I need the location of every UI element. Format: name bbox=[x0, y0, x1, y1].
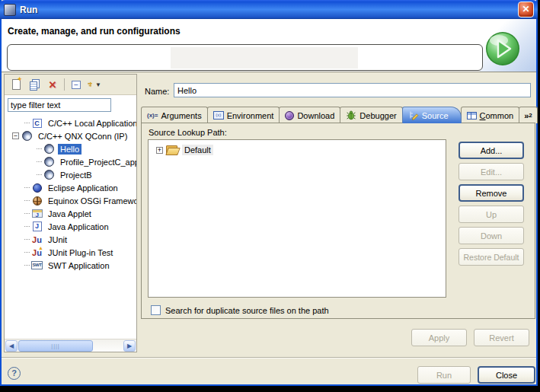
tab-source[interactable]: Source bbox=[402, 107, 462, 123]
run-orb-icon bbox=[484, 30, 521, 67]
close-button[interactable]: Close bbox=[478, 366, 535, 384]
run-button: Run bbox=[417, 366, 471, 384]
delete-icon: ✕ bbox=[49, 79, 57, 91]
collapse-expander-icon[interactable] bbox=[12, 132, 19, 139]
junit-plugin-icon: ▲ bbox=[31, 247, 43, 258]
config-toolbar: ✕ − ▼ bbox=[5, 75, 136, 95]
name-input[interactable] bbox=[174, 83, 531, 97]
tree-item-java-application[interactable]: J Java Application bbox=[5, 220, 136, 233]
run-dialog: Run ✕ Create, manage, and run configurat… bbox=[0, 0, 538, 386]
tab-environment[interactable]: (x) Environment bbox=[207, 107, 280, 123]
scrollbar-track[interactable]: |||| bbox=[18, 340, 123, 352]
tab-folder: (x)= Arguments (x) Environment Download … bbox=[141, 107, 538, 123]
titlebar[interactable]: Run ✕ bbox=[0, 0, 538, 19]
help-icon[interactable]: ? bbox=[8, 367, 21, 380]
junit-icon bbox=[31, 234, 43, 245]
tree-item-cpp-local[interactable]: C C/C++ Local Application bbox=[5, 116, 136, 129]
new-configuration-icon bbox=[12, 79, 21, 90]
add-button[interactable]: Add... bbox=[459, 142, 524, 159]
list-item-default[interactable]: + Default bbox=[149, 140, 446, 155]
tree-item-hello[interactable]: Hello bbox=[5, 142, 136, 155]
toolbar-separator bbox=[64, 78, 65, 91]
expand-plus-icon[interactable]: + bbox=[156, 147, 163, 154]
duplicate-sources-label: Search for duplicate source files on the… bbox=[165, 306, 329, 315]
c-application-icon: C bbox=[31, 117, 43, 129]
new-configuration-button[interactable] bbox=[9, 78, 23, 91]
duplicate-icon bbox=[30, 81, 37, 91]
common-icon bbox=[467, 112, 477, 120]
source-lookup-list[interactable]: + Default bbox=[148, 139, 446, 298]
message-area bbox=[7, 44, 483, 71]
java-applet-icon bbox=[31, 208, 43, 219]
edit-button: Edit... bbox=[459, 163, 524, 180]
tree-item-profile-projectc[interactable]: Profile_ProjectC_app bbox=[5, 155, 136, 168]
footer-separator bbox=[2, 357, 536, 359]
folder-icon bbox=[166, 145, 178, 155]
tree-item-projectb[interactable]: ProjectB bbox=[5, 168, 136, 181]
config-tree: C C/C++ Local Application C/C++ QNX QCon… bbox=[5, 114, 136, 339]
tree-item-junit-plugin-test[interactable]: ▲ JUnit Plug-in Test bbox=[5, 246, 136, 259]
debugger-icon bbox=[346, 110, 356, 120]
config-explorer: ✕ − ▼ C C/C++ Local Application C/C+ bbox=[4, 74, 137, 352]
down-button: Down bbox=[459, 227, 524, 244]
tab-download[interactable]: Download bbox=[279, 107, 340, 123]
qnx-sphere-icon bbox=[21, 130, 33, 142]
run-window-icon bbox=[4, 4, 16, 16]
tree-item-eclipse-application[interactable]: Eclipse Application bbox=[5, 181, 136, 194]
qnx-sphere-icon bbox=[43, 143, 55, 155]
filter-menu-button[interactable]: ▼ bbox=[88, 78, 101, 91]
close-icon[interactable]: ✕ bbox=[518, 2, 534, 18]
tree-item-equinox-osgi[interactable]: Equinox OSGi Framework bbox=[5, 194, 136, 207]
banner: Create, manage, and run configurations bbox=[2, 19, 536, 72]
scroll-right-icon[interactable]: ▶ bbox=[123, 340, 136, 352]
filter-icon bbox=[88, 80, 94, 89]
dialog-heading: Create, manage, and run configurations bbox=[8, 26, 181, 37]
arguments-icon: (x)= bbox=[147, 112, 158, 119]
scrollbar-thumb[interactable]: |||| bbox=[18, 340, 93, 352]
up-button: Up bbox=[459, 206, 524, 223]
window-title: Run bbox=[20, 5, 514, 15]
tree-item-swt-application[interactable]: SWT SWT Application bbox=[5, 259, 136, 272]
name-label: Name: bbox=[145, 87, 169, 96]
restore-default-button: Restore Default bbox=[459, 248, 524, 266]
collapse-all-button[interactable]: − bbox=[69, 78, 83, 91]
duplicate-configuration-button[interactable] bbox=[27, 78, 41, 91]
scroll-left-icon[interactable]: ◀ bbox=[5, 340, 18, 352]
java-application-icon: J bbox=[31, 221, 43, 232]
tab-arguments[interactable]: (x)= Arguments bbox=[141, 107, 208, 123]
filter-input[interactable] bbox=[8, 98, 111, 112]
apply-button: Apply bbox=[411, 329, 467, 346]
qnx-sphere-icon bbox=[43, 156, 55, 167]
delete-configuration-button[interactable]: ✕ bbox=[46, 78, 59, 91]
duplicate-sources-checkbox[interactable] bbox=[151, 305, 161, 315]
swt-application-icon: SWT bbox=[31, 260, 43, 271]
equinox-sphere-icon bbox=[31, 195, 43, 206]
eclipse-sphere-icon bbox=[31, 182, 43, 193]
qnx-sphere-icon bbox=[43, 169, 55, 180]
tab-debugger[interactable]: Debugger bbox=[340, 107, 402, 123]
source-icon bbox=[408, 110, 419, 121]
collapse-all-icon: − bbox=[72, 81, 81, 89]
download-icon bbox=[285, 111, 294, 120]
remove-button[interactable]: Remove bbox=[459, 184, 524, 202]
horizontal-scrollbar[interactable]: ◀ |||| ▶ bbox=[5, 339, 136, 352]
environment-icon: (x) bbox=[213, 111, 224, 120]
revert-button: Revert bbox=[474, 329, 529, 346]
tab-common[interactable]: Common bbox=[461, 107, 520, 123]
watermark bbox=[171, 47, 358, 69]
source-lookup-path-label: Source Lookup Path: bbox=[149, 128, 227, 137]
tree-item-qnx-qconn[interactable]: C/C++ QNX QConn (IP) bbox=[5, 129, 136, 142]
tree-item-java-applet[interactable]: Java Applet bbox=[5, 207, 136, 220]
tree-item-junit[interactable]: JUnit bbox=[5, 233, 136, 246]
tab-overflow-chevron[interactable]: »2 bbox=[519, 107, 538, 123]
chevron-down-icon: ▼ bbox=[95, 81, 101, 88]
